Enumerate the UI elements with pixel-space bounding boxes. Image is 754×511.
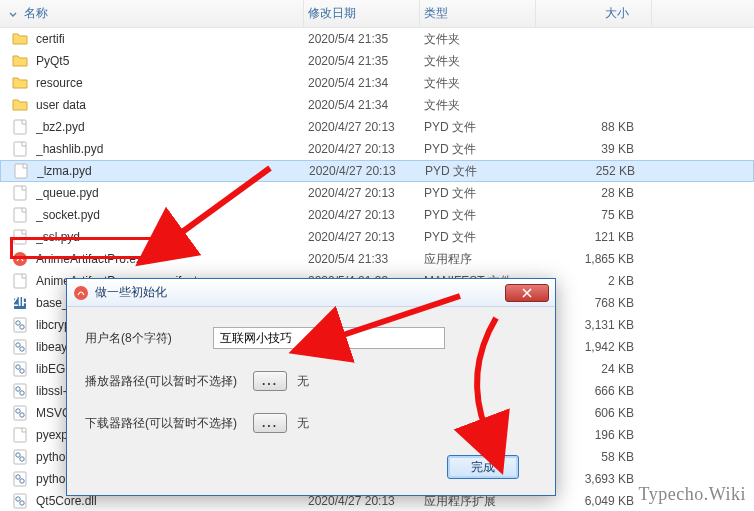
file-date: 2020/4/27 20:13 <box>308 494 424 508</box>
file-type: 文件夹 <box>424 53 540 70</box>
file-name: resource <box>36 76 308 90</box>
dll-icon <box>12 361 28 377</box>
file-icon <box>12 273 28 289</box>
file-icon <box>12 185 28 201</box>
close-button[interactable] <box>505 284 549 302</box>
file-date: 2020/4/27 20:13 <box>308 142 424 156</box>
file-icon <box>12 119 28 135</box>
init-dialog: 做一些初始化 用户名(8个字符) 播放器路径(可以暂时不选择) ... 无 下载… <box>66 278 556 496</box>
file-size: 1,865 KB <box>540 252 656 266</box>
folder-icon <box>12 97 28 113</box>
file-name: PyQt5 <box>36 54 308 68</box>
player-path-value: 无 <box>297 373 309 390</box>
dll-icon <box>12 383 28 399</box>
dll-icon <box>12 449 28 465</box>
file-type: 文件夹 <box>424 31 540 48</box>
file-row[interactable]: _queue.pyd2020/4/27 20:13PYD 文件28 KB <box>0 182 754 204</box>
file-row[interactable]: PyQt52020/5/4 21:35文件夹 <box>0 50 754 72</box>
file-row[interactable]: _socket.pyd2020/4/27 20:13PYD 文件75 KB <box>0 204 754 226</box>
downloader-path-field: 下载器路径(可以暂时不选择) ... 无 <box>85 413 539 433</box>
downloader-path-value: 无 <box>297 415 309 432</box>
dialog-body: 用户名(8个字符) 播放器路径(可以暂时不选择) ... 无 下载器路径(可以暂… <box>67 307 555 495</box>
file-size: 58 KB <box>540 450 656 464</box>
svg-rect-32 <box>14 494 26 508</box>
column-name[interactable]: 名称 <box>4 0 304 27</box>
dialog-titlebar[interactable]: 做一些初始化 <box>67 279 555 307</box>
dll-icon <box>12 493 28 509</box>
column-size[interactable]: 大小 <box>536 0 652 27</box>
dll-icon <box>12 317 28 333</box>
file-row[interactable]: resource2020/5/4 21:34文件夹 <box>0 72 754 94</box>
svg-rect-3 <box>14 186 26 200</box>
file-size: 768 KB <box>540 296 656 310</box>
svg-rect-22 <box>14 406 26 420</box>
zip-icon: ZIP <box>12 295 28 311</box>
downloader-path-label: 下载器路径(可以暂时不选择) <box>85 415 253 432</box>
file-name: _lzma.pyd <box>37 164 309 178</box>
file-date: 2020/4/27 20:13 <box>308 120 424 134</box>
annotation-highlight <box>10 237 178 259</box>
dialog-buttons: 完成 <box>85 455 539 479</box>
file-date: 2020/5/4 21:34 <box>308 76 424 90</box>
file-name: user data <box>36 98 308 112</box>
file-icon <box>12 141 28 157</box>
ok-button[interactable]: 完成 <box>447 455 519 479</box>
file-size: 606 KB <box>540 406 656 420</box>
svg-text:ZIP: ZIP <box>12 295 28 309</box>
file-type: 文件夹 <box>424 97 540 114</box>
svg-rect-25 <box>14 428 26 442</box>
svg-rect-26 <box>14 450 26 464</box>
downloader-browse-button[interactable]: ... <box>253 413 287 433</box>
file-date: 2020/4/27 20:13 <box>308 230 424 244</box>
folder-icon <box>12 31 28 47</box>
file-type: 应用程序 <box>424 251 540 268</box>
player-path-label: 播放器路径(可以暂时不选择) <box>85 373 253 390</box>
file-icon <box>13 163 29 179</box>
svg-rect-2 <box>15 164 27 178</box>
player-browse-button[interactable]: ... <box>253 371 287 391</box>
file-type: PYD 文件 <box>424 207 540 224</box>
file-row[interactable]: certifi2020/5/4 21:35文件夹 <box>0 28 754 50</box>
file-size: 1,942 KB <box>540 340 656 354</box>
column-size-label: 大小 <box>605 5 629 22</box>
file-type: PYD 文件 <box>424 229 540 246</box>
sort-arrow-icon <box>8 9 18 19</box>
dialog-title: 做一些初始化 <box>95 284 505 301</box>
app-icon <box>73 285 89 301</box>
username-label: 用户名(8个字符) <box>85 330 213 347</box>
file-date: 2020/4/27 20:13 <box>308 186 424 200</box>
svg-rect-10 <box>14 318 26 332</box>
file-date: 2020/5/4 21:34 <box>308 98 424 112</box>
svg-rect-1 <box>14 142 26 156</box>
file-row[interactable]: user data2020/5/4 21:34文件夹 <box>0 94 754 116</box>
dll-icon <box>12 471 28 487</box>
file-date: 2020/5/4 21:35 <box>308 32 424 46</box>
column-date[interactable]: 修改日期 <box>304 0 420 27</box>
folder-icon <box>12 53 28 69</box>
file-date: 2020/5/4 21:35 <box>308 54 424 68</box>
username-input[interactable] <box>213 327 445 349</box>
file-icon <box>12 427 28 443</box>
file-name: _queue.pyd <box>36 186 308 200</box>
column-type[interactable]: 类型 <box>420 0 536 27</box>
file-size: 39 KB <box>540 142 656 156</box>
watermark: Typecho.Wiki <box>639 484 747 505</box>
svg-rect-0 <box>14 120 26 134</box>
file-date: 2020/5/4 21:33 <box>308 252 424 266</box>
player-path-field: 播放器路径(可以暂时不选择) ... 无 <box>85 371 539 391</box>
file-size: 3,131 KB <box>540 318 656 332</box>
svg-rect-29 <box>14 472 26 486</box>
column-name-label: 名称 <box>24 5 48 22</box>
username-field: 用户名(8个字符) <box>85 327 539 349</box>
file-name: _hashlib.pyd <box>36 142 308 156</box>
file-size: 24 KB <box>540 362 656 376</box>
file-row[interactable]: _lzma.pyd2020/4/27 20:13PYD 文件252 KB <box>0 160 754 182</box>
column-date-label: 修改日期 <box>308 5 356 22</box>
file-row[interactable]: _bz2.pyd2020/4/27 20:13PYD 文件88 KB <box>0 116 754 138</box>
file-type: PYD 文件 <box>424 185 540 202</box>
file-size: 666 KB <box>540 384 656 398</box>
svg-rect-19 <box>14 384 26 398</box>
file-size: 2 KB <box>540 274 656 288</box>
file-row[interactable]: _hashlib.pyd2020/4/27 20:13PYD 文件39 KB <box>0 138 754 160</box>
svg-rect-16 <box>14 362 26 376</box>
